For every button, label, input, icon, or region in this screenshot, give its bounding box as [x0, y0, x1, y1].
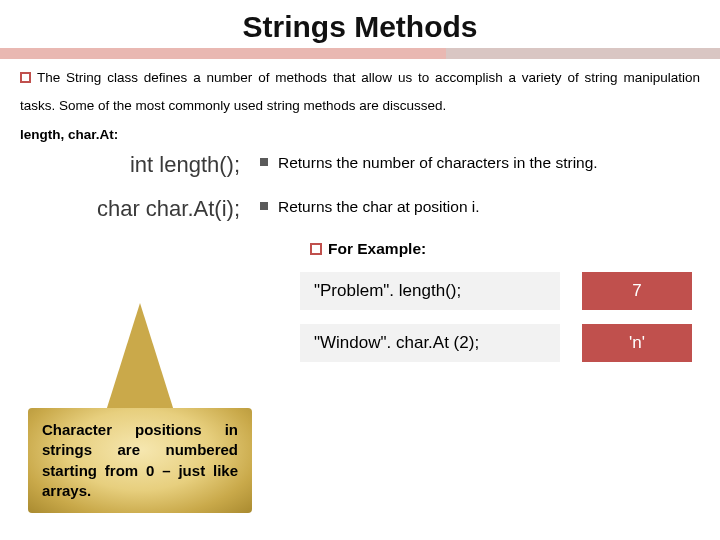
method-description: Returns the number of characters in the … [260, 152, 700, 172]
method-row: char char.At(i); Returns the char at pos… [20, 196, 700, 222]
callout: Character positions in strings are numbe… [28, 378, 252, 528]
intro-paragraph: The String class defines a number of met… [20, 64, 700, 121]
example-result: 'n' [582, 324, 692, 362]
callout-pointer-icon [106, 303, 174, 411]
methods-block: int length(); Returns the number of char… [20, 152, 700, 222]
solid-square-bullet-icon [260, 202, 268, 210]
example-result: 7 [582, 272, 692, 310]
method-description: Returns the char at position i. [260, 196, 700, 216]
intro-text: The String class defines a number of met… [20, 70, 700, 113]
subheading: length, char.At: [20, 127, 700, 142]
method-desc-text: Returns the char at position i. [278, 198, 480, 215]
solid-square-bullet-icon [260, 158, 268, 166]
example-call: "Window". char.At (2); [300, 324, 560, 362]
slide-title: Strings Methods [242, 10, 477, 44]
hollow-square-bullet-icon [20, 72, 31, 83]
example-row: "Problem". length(); 7 [300, 272, 700, 310]
example-label: For Example: [310, 240, 700, 258]
method-desc-text: Returns the number of characters in the … [278, 154, 598, 171]
hollow-square-bullet-icon [310, 243, 322, 255]
callout-box: Character positions in strings are numbe… [28, 408, 252, 513]
method-signature: char char.At(i); [20, 196, 260, 222]
example-label-text: For Example: [328, 240, 426, 257]
method-signature: int length(); [20, 152, 260, 178]
title-area: Strings Methods [0, 0, 720, 44]
method-row: int length(); Returns the number of char… [20, 152, 700, 178]
example-row: "Window". char.At (2); 'n' [300, 324, 700, 362]
example-call: "Problem". length(); [300, 272, 560, 310]
